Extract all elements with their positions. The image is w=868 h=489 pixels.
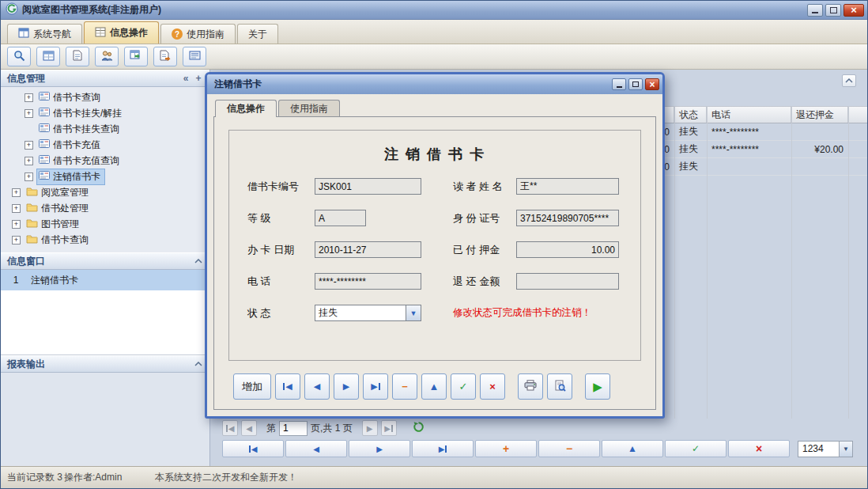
pager-prev-button[interactable]: ◀: [241, 420, 257, 436]
info-window-item[interactable]: 1 注销借书卡: [1, 270, 209, 290]
caret-down-icon[interactable]: ▼: [839, 442, 852, 457]
pager-last-button[interactable]: ▶: [381, 420, 397, 436]
expand-icon[interactable]: +: [12, 188, 21, 197]
expand-icon[interactable]: +: [12, 236, 21, 244]
grid-first-button[interactable]: ◀: [222, 440, 284, 457]
pager-first-button[interactable]: ◀: [222, 420, 238, 436]
chevron-up-icon[interactable]: [192, 255, 205, 267]
collapse-left-icon[interactable]: «: [179, 72, 192, 85]
status-hint: 修改状态可完成借书卡的注销！: [421, 306, 619, 320]
refund-label: 退 还 金额: [421, 275, 516, 289]
collapse-grid-button[interactable]: [842, 74, 856, 87]
dialog-tab-info-ops[interactable]: 信息操作: [215, 100, 277, 117]
cell-phone: ****-********: [707, 141, 791, 157]
status-label: 状 态: [247, 306, 315, 320]
tree-item-card-loss-query[interactable]: 借书卡挂失查询: [1, 121, 209, 137]
column-header-refund[interactable]: 退还押金: [791, 107, 848, 123]
tree-item-reading-room-mgmt[interactable]: + 阅览室管理: [1, 184, 209, 200]
maximize-button[interactable]: [825, 4, 841, 17]
tab-system-nav[interactable]: 系统导航: [7, 24, 82, 44]
grid-prev-button[interactable]: ◀: [285, 440, 347, 457]
grid-insert-button[interactable]: +: [475, 440, 537, 457]
caret-down-icon[interactable]: ▼: [406, 305, 421, 320]
grade-input[interactable]: [315, 210, 366, 226]
console-button[interactable]: [183, 47, 206, 66]
tree-item-card-loss[interactable]: + 借书卡挂失/解挂: [1, 105, 209, 121]
cross-icon: ×: [756, 442, 762, 455]
expand-icon[interactable]: +: [25, 109, 33, 118]
record-first-button[interactable]: ◀: [275, 373, 300, 400]
status-select[interactable]: 挂失 ▼: [315, 305, 421, 321]
column-header-status[interactable]: 状态: [674, 107, 707, 123]
expand-icon[interactable]: +: [25, 172, 33, 181]
record-delete-button[interactable]: −: [392, 373, 417, 400]
phone-input[interactable]: [315, 273, 421, 290]
execute-button[interactable]: ▶: [585, 373, 610, 400]
record-next-button[interactable]: ▶: [334, 373, 359, 400]
record-cancel-button[interactable]: ×: [480, 373, 505, 400]
card-icon: [39, 155, 50, 166]
tab-info-ops[interactable]: 信息操作: [84, 21, 159, 44]
card-no-input[interactable]: [315, 178, 421, 195]
tree-item-book-mgmt[interactable]: + 图书管理: [1, 216, 209, 232]
tab-guide[interactable]: ? 使用指南: [160, 24, 236, 44]
tree-item-card-query[interactable]: + 借书卡查询: [1, 89, 209, 105]
add-button[interactable]: 增加: [233, 373, 271, 400]
dialog-titlebar[interactable]: 注销借书卡 ×: [207, 74, 662, 94]
tree-item-card-cancel[interactable]: + 注销借书卡: [1, 169, 209, 184]
grid-last-button[interactable]: ▶: [412, 440, 474, 457]
last-record-icon: ▶: [439, 445, 445, 453]
triangle-up-icon: ▲: [628, 443, 637, 454]
expand-icon[interactable]: +: [25, 141, 33, 150]
tab-about[interactable]: 关于: [237, 24, 278, 44]
id-no-input[interactable]: [516, 210, 619, 226]
grid-delete-button[interactable]: −: [538, 440, 600, 457]
pager-next-button[interactable]: ▶: [362, 420, 378, 436]
grid-view-button[interactable]: [36, 47, 60, 66]
grid-post-button[interactable]: ✓: [665, 440, 726, 457]
print-button[interactable]: [518, 373, 543, 400]
deposit-input[interactable]: [516, 241, 619, 258]
expand-icon[interactable]: +: [25, 157, 33, 165]
minimize-button[interactable]: [807, 4, 823, 17]
grid-cancel-button[interactable]: ×: [728, 440, 790, 457]
chevron-up-icon[interactable]: [192, 358, 205, 370]
tree-item-card-recharge-query[interactable]: + 借书卡充值查询: [1, 153, 209, 169]
reader-name-input[interactable]: [516, 178, 619, 195]
users-button[interactable]: [95, 47, 119, 66]
table-export-button[interactable]: [124, 47, 148, 66]
tree-item-lending-mgmt[interactable]: + 借书处管理: [1, 200, 209, 216]
panel-plus-icon[interactable]: +: [192, 72, 205, 85]
doc-export-button[interactable]: [153, 47, 177, 66]
card-date-input[interactable]: [315, 241, 421, 258]
refresh-button[interactable]: [411, 420, 427, 436]
expand-icon[interactable]: +: [12, 220, 21, 229]
dialog-minimize-button[interactable]: [612, 78, 626, 90]
record-post-button[interactable]: ✓: [451, 373, 476, 400]
expand-icon[interactable]: +: [25, 93, 33, 102]
expand-icon[interactable]: +: [12, 204, 21, 213]
record-toolbar: ◀ ◀ ▶ ▶ + − ▲ ✓ × 1234 ▼: [211, 438, 867, 459]
maximize-icon: [632, 82, 639, 87]
page-number-input[interactable]: [279, 421, 308, 436]
preview-button[interactable]: [547, 373, 572, 400]
dialog-close-button[interactable]: ×: [645, 78, 659, 90]
dialog-tab-guide[interactable]: 使用指南: [278, 100, 340, 117]
close-button[interactable]: ×: [843, 4, 864, 17]
new-document-button[interactable]: [66, 47, 89, 66]
search-button[interactable]: [7, 47, 31, 66]
page-size-combobox[interactable]: 1234 ▼: [798, 441, 853, 457]
play-icon: ▶: [593, 380, 602, 394]
record-edit-button[interactable]: ▲: [421, 373, 447, 400]
grid-edit-button[interactable]: ▲: [602, 440, 663, 457]
tree-item-card-recharge[interactable]: + 借书卡充值: [1, 137, 209, 153]
tree-item-label: 图书管理: [41, 218, 79, 231]
column-header-phone[interactable]: 电话: [707, 107, 791, 123]
record-last-button[interactable]: ▶: [363, 373, 388, 400]
dialog-maximize-button[interactable]: [628, 78, 643, 90]
minimize-icon: [617, 86, 622, 88]
grid-next-button[interactable]: ▶: [349, 440, 410, 457]
refund-input[interactable]: [516, 273, 619, 290]
tree-item-card-query-folder[interactable]: + 借书卡查询: [1, 232, 209, 248]
record-prev-button[interactable]: ◀: [304, 373, 330, 400]
